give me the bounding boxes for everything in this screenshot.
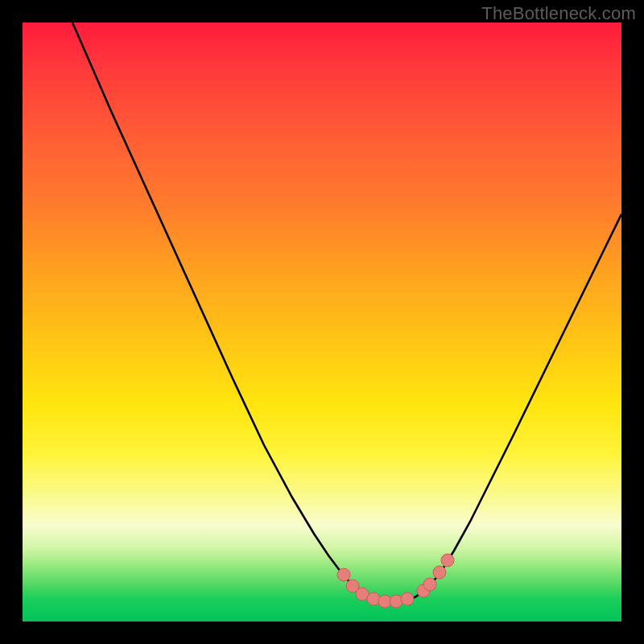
chart-frame: TheBottleneck.com bbox=[0, 0, 644, 644]
curve-marker bbox=[337, 568, 350, 581]
plot-area bbox=[23, 23, 621, 621]
curve-marker bbox=[401, 592, 414, 605]
curve-marker bbox=[441, 554, 454, 567]
curve-markers bbox=[337, 554, 454, 608]
curve-marker bbox=[423, 578, 436, 591]
curve-svg bbox=[23, 23, 621, 621]
curve-marker bbox=[433, 566, 446, 579]
watermark-text: TheBottleneck.com bbox=[481, 3, 636, 24]
curve-marker bbox=[367, 592, 380, 605]
curve-marker bbox=[390, 595, 402, 608]
bottleneck-curve bbox=[72, 23, 621, 601]
